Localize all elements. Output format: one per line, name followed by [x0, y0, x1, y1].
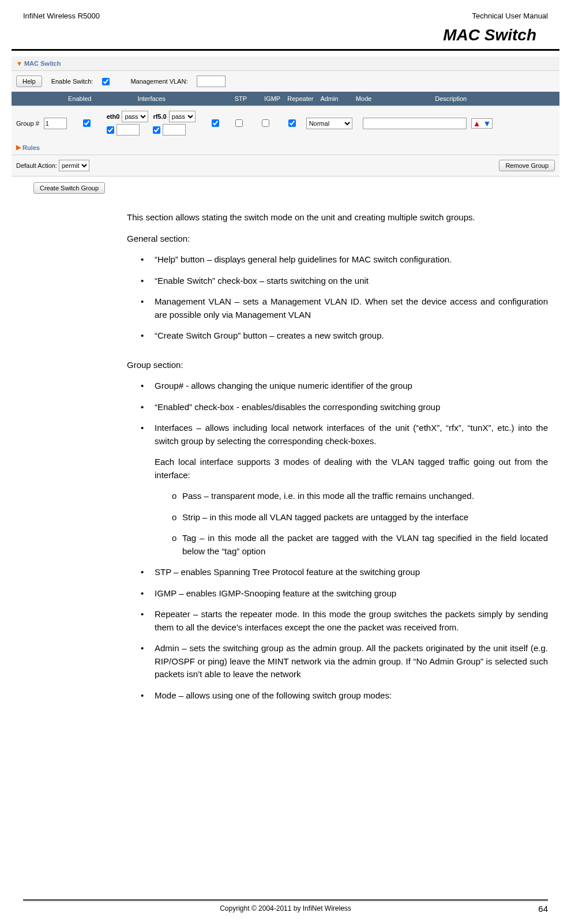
iface1-block: eth0 pass: [107, 111, 149, 136]
group-enabled-checkbox[interactable]: [83, 119, 91, 127]
col-mode: Mode: [356, 95, 372, 102]
document-body: This section allows stating the switch m…: [127, 211, 548, 702]
stp-checkbox[interactable]: [212, 119, 219, 127]
group-item-groupnum: Group# - allows changing the unique nume…: [141, 380, 548, 393]
group-item-admin: Admin – sets the switching group as the …: [141, 642, 548, 681]
section-title: MAC Switch: [12, 23, 559, 51]
reorder-arrows[interactable]: ▲ ▼: [471, 118, 493, 129]
general-label: General section:: [127, 232, 548, 246]
repeater-checkbox[interactable]: [262, 119, 269, 127]
default-action-label: Default Action:: [16, 162, 57, 169]
iface2-label: rf5.0: [153, 113, 166, 120]
group-item-mode: Mode – allows using one of the following…: [141, 689, 548, 703]
col-enabled: Enabled: [68, 95, 91, 102]
iface2-mode-select[interactable]: pass: [169, 111, 196, 122]
iface2-checkbox[interactable]: [153, 126, 160, 134]
sub-tag: Tag – in this mode all the packet are ta…: [172, 532, 548, 558]
col-description: Description: [435, 95, 467, 102]
enable-switch-label: Enable Switch:: [51, 78, 93, 85]
create-switch-group-button[interactable]: Create Switch Group: [33, 182, 105, 194]
header-left: InfiNet Wireless R5000: [23, 12, 100, 20]
group-item-igmp: IGMP – enables IGMP-Snooping feature at …: [141, 587, 548, 600]
panel-title: MAC Switch: [24, 60, 61, 67]
copyright: Copyright © 2004-2011 by InfiNet Wireles…: [220, 904, 351, 912]
sub-pass: Pass – transparent mode, i.e. in this mo…: [172, 490, 548, 503]
group-label: Group #: [16, 120, 39, 127]
iface1-checkbox[interactable]: [107, 126, 114, 134]
page-number: 64: [538, 904, 548, 914]
default-action-select[interactable]: permit: [59, 160, 89, 171]
sub-strip: Strip – in this mode all VLAN tagged pac…: [172, 511, 548, 524]
col-repeater: Repeater: [287, 95, 313, 102]
iface2-block: rf5.0 pass: [153, 111, 195, 136]
general-item-enable: “Enable Switch” check-box – starts switc…: [141, 275, 548, 288]
mode-select[interactable]: Normal: [306, 118, 352, 129]
header-right: Technical User Manual: [472, 12, 548, 20]
col-interfaces: Interfaces: [137, 95, 165, 102]
iface1-tag-input[interactable]: [117, 124, 140, 136]
group-number-input[interactable]: [44, 118, 67, 129]
col-stp: STP: [235, 95, 247, 102]
group-label: Group section:: [127, 359, 548, 372]
rules-label: Rules: [22, 144, 40, 151]
igmp-checkbox[interactable]: [235, 119, 243, 127]
group-item-interfaces: Interfaces – allows including local netw…: [141, 422, 548, 558]
col-igmp: IGMP: [264, 95, 280, 102]
remove-group-button[interactable]: Remove Group: [499, 160, 555, 171]
expand-icon: ▶: [16, 144, 21, 151]
iface1-mode-select[interactable]: pass: [122, 111, 148, 122]
ui-screenshot: ▼ MAC Switch Help Enable Switch: Managem…: [12, 57, 559, 200]
col-admin: Admin: [320, 95, 338, 102]
table-header: Enabled Interfaces STP IGMP Repeater Adm…: [12, 92, 559, 106]
iface2-tag-input[interactable]: [163, 124, 186, 136]
help-button[interactable]: Help: [16, 76, 42, 87]
enable-switch-checkbox[interactable]: [102, 78, 110, 85]
description-input[interactable]: [363, 118, 467, 129]
group-item-stp: STP – enables Spanning Tree Protocol fea…: [141, 566, 548, 579]
collapse-icon: ▼: [16, 60, 22, 67]
mgmt-vlan-input[interactable]: [197, 76, 226, 87]
interfaces-subpara: Each local interface supports 3 modes of…: [155, 456, 548, 482]
mgmt-vlan-label: Management VLAN:: [130, 78, 187, 85]
iface1-label: eth0: [107, 113, 120, 120]
general-item-create: “Create Switch Group” button – creates a…: [141, 329, 548, 343]
admin-checkbox[interactable]: [288, 119, 296, 127]
group-row: Group # eth0 pass rf5.0 pass: [12, 106, 559, 140]
general-item-mgmt: Management VLAN – sets a Management VLAN…: [141, 295, 548, 321]
arrow-up-icon[interactable]: ▲: [472, 119, 482, 128]
group-item-repeater: Repeater – starts the repeater mode. In …: [141, 608, 548, 634]
intro-para: This section allows stating the switch m…: [127, 211, 548, 224]
panel-header[interactable]: ▼ MAC Switch: [12, 57, 559, 70]
general-item-help: “Help” button – displays general help gu…: [141, 253, 548, 266]
footer: Copyright © 2004-2011 by InfiNet Wireles…: [23, 899, 548, 912]
arrow-down-icon[interactable]: ▼: [482, 119, 492, 128]
rules-toggle[interactable]: ▶ Rules: [12, 140, 559, 155]
group-item-enabled: “Enabled” check-box - enables/disables t…: [141, 401, 548, 414]
